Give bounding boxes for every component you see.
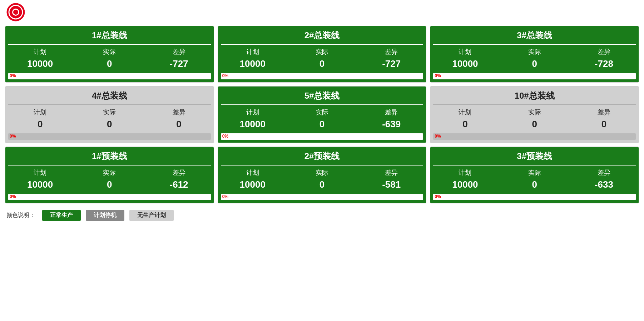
card-progress-line4: 0% (5, 133, 214, 143)
card-progress-line1: 0% (5, 73, 214, 82)
logo-area (6, 3, 27, 21)
card-values-line5: 10000 0 -639 (218, 117, 426, 133)
actual-value-preline1: 0 (75, 179, 144, 190)
svg-point-3 (13, 10, 18, 15)
actual-value-preline2: 0 (287, 179, 357, 190)
card-values-preline1: 10000 0 -612 (5, 178, 214, 194)
bosch-logo-icon (6, 3, 25, 21)
actual-label-line2: 实际 (287, 48, 357, 56)
card-values-line10: 0 0 0 (430, 117, 639, 133)
card-progress-line10: 0% (430, 133, 639, 143)
legend-box-1: 计划停机 (86, 210, 124, 221)
actual-label-preline2: 实际 (287, 168, 357, 177)
plan-value-line5: 10000 (218, 119, 287, 130)
plan-value-line10: 0 (430, 119, 500, 130)
card-progress-line3: 0% (430, 73, 639, 82)
plan-value-preline1: 10000 (5, 179, 75, 190)
card-line10: 10#总装线 计划 实际 差异 0 0 0 0% (430, 86, 639, 143)
card-headers-line5: 计划 实际 差异 (218, 105, 426, 117)
card-title-line1: 1#总装线 (5, 26, 214, 44)
progress-label-line5: 0% (222, 134, 228, 139)
diff-label-line1: 差异 (144, 48, 213, 56)
progress-bar-outer-preline1: 0% (8, 194, 211, 200)
actual-label-line3: 实际 (500, 48, 569, 56)
progress-bar-outer-preline3: 0% (433, 194, 636, 200)
legend-item-1: 计划停机 (86, 210, 124, 221)
card-headers-line10: 计划 实际 差异 (430, 105, 639, 117)
card-title-line3: 3#总装线 (430, 26, 639, 44)
actual-label-preline1: 实际 (75, 168, 144, 177)
progress-label-line2: 0% (222, 73, 228, 78)
diff-label-preline2: 差异 (357, 168, 426, 177)
card-progress-line2: 0% (218, 73, 426, 82)
card-line1: 1#总装线 计划 实际 差异 10000 0 -727 0% (5, 26, 214, 83)
diff-label-line4: 差异 (144, 108, 213, 117)
legend-item-2: 无生产计划 (129, 210, 174, 221)
actual-label-line10: 实际 (500, 108, 569, 117)
diff-label-line2: 差异 (357, 48, 426, 56)
card-headers-line2: 计划 实际 差异 (218, 45, 426, 57)
card-progress-line5: 0% (218, 133, 426, 143)
diff-label-preline3: 差异 (569, 168, 639, 177)
plan-label-line2: 计划 (218, 48, 287, 56)
legend-prefix: 颜色说明： (6, 212, 35, 219)
card-line4: 4#总装线 计划 实际 差异 0 0 0 0% (5, 86, 214, 143)
legend-box-2: 无生产计划 (129, 210, 174, 221)
plan-value-preline2: 10000 (218, 179, 287, 190)
diff-value-line10: 0 (569, 119, 639, 130)
card-title-line2: 2#总装线 (218, 26, 426, 44)
cards-grid: 1#总装线 计划 实际 差异 10000 0 -727 0% 2#总装线 计划 … (0, 23, 644, 206)
actual-value-line3: 0 (500, 58, 569, 69)
plan-label-line5: 计划 (218, 108, 287, 117)
card-line2: 2#总装线 计划 实际 差异 10000 0 -727 0% (218, 26, 427, 83)
card-line5: 5#总装线 计划 实际 差异 10000 0 -639 0% (218, 86, 427, 143)
progress-label-line10: 0% (435, 134, 441, 139)
progress-label-preline3: 0% (435, 194, 441, 199)
card-progress-preline2: 0% (218, 194, 426, 203)
card-headers-line4: 计划 实际 差异 (5, 105, 214, 117)
card-headers-preline3: 计划 实际 差异 (430, 166, 639, 178)
page-wrapper: 1#总装线 计划 实际 差异 10000 0 -727 0% 2#总装线 计划 … (0, 0, 644, 321)
diff-label-line3: 差异 (569, 48, 639, 56)
plan-value-line2: 10000 (218, 58, 287, 69)
card-title-line4: 4#总装线 (5, 87, 214, 104)
progress-label-preline2: 0% (222, 194, 228, 199)
card-preline1: 1#预装线 计划 实际 差异 10000 0 -612 0% (5, 147, 214, 203)
card-line3: 3#总装线 计划 实际 差异 10000 0 -728 0% (430, 26, 639, 83)
plan-value-line3: 10000 (430, 58, 500, 69)
actual-label-preline3: 实际 (500, 168, 569, 177)
actual-value-line2: 0 (287, 58, 357, 69)
plan-label-line4: 计划 (5, 108, 75, 117)
plan-label-line1: 计划 (5, 48, 75, 56)
progress-label-line3: 0% (435, 73, 441, 78)
card-headers-preline1: 计划 实际 差异 (5, 166, 214, 178)
actual-label-line5: 实际 (287, 108, 357, 117)
actual-value-line10: 0 (500, 119, 569, 130)
plan-value-line1: 10000 (5, 58, 75, 69)
plan-label-preline2: 计划 (218, 168, 287, 177)
diff-value-line3: -728 (569, 58, 639, 69)
card-values-preline3: 10000 0 -633 (430, 178, 639, 194)
legend: 颜色说明： 正常生产 计划停机 无生产计划 (0, 206, 644, 224)
plan-label-line3: 计划 (430, 48, 500, 56)
diff-value-preline2: -581 (357, 179, 426, 190)
progress-bar-outer-line1: 0% (8, 73, 211, 79)
actual-label-line4: 实际 (75, 108, 144, 117)
plan-label-preline3: 计划 (430, 168, 500, 177)
diff-value-preline1: -612 (144, 179, 213, 190)
progress-label-line4: 0% (10, 134, 16, 139)
actual-value-line5: 0 (287, 119, 357, 130)
diff-value-line1: -727 (144, 58, 213, 69)
card-preline3: 3#预装线 计划 实际 差异 10000 0 -633 0% (430, 147, 639, 203)
card-headers-preline2: 计划 实际 差异 (218, 166, 426, 178)
card-headers-line3: 计划 实际 差异 (430, 45, 639, 57)
card-values-line4: 0 0 0 (5, 117, 214, 133)
diff-value-line2: -727 (357, 58, 426, 69)
progress-bar-outer-line2: 0% (221, 73, 423, 79)
card-progress-preline1: 0% (5, 194, 214, 203)
plan-value-line4: 0 (5, 119, 75, 130)
diff-label-line10: 差异 (569, 108, 639, 117)
legend-box-0: 正常生产 (42, 210, 81, 221)
actual-value-line4: 0 (75, 119, 144, 130)
card-title-preline3: 3#预装线 (430, 147, 639, 165)
